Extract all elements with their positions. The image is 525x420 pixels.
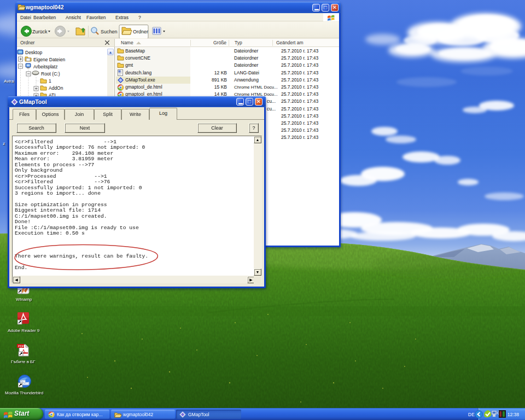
svg-text:Arbeitsplatz: Arbeitsplatz bbox=[33, 64, 57, 69]
svg-text:AddOn: AddOn bbox=[49, 85, 63, 91]
svg-text:Desktop: Desktop bbox=[25, 50, 42, 55]
svg-text:Ordner: Ordner bbox=[133, 29, 148, 34]
svg-text:Eigene Dateien: Eigene Dateien bbox=[33, 57, 65, 62]
svg-text:Suchen: Suchen bbox=[101, 29, 118, 34]
svg-text:Root (C:): Root (C:) bbox=[41, 71, 60, 77]
svg-text:Zurück: Zurück bbox=[32, 29, 48, 34]
svg-text:1: 1 bbox=[49, 78, 51, 84]
svg-text:PDF: PDF bbox=[18, 345, 25, 348]
